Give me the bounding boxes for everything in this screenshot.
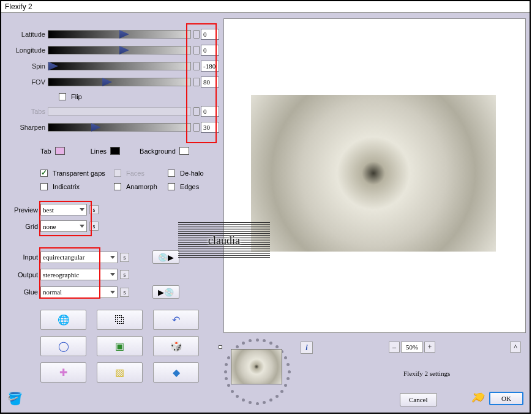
spin-slider[interactable] — [48, 62, 191, 70]
transparent-gaps-checkbox[interactable] — [40, 170, 48, 177]
slider-latitude: Latitude — [4, 27, 219, 42]
thumbnail-image — [231, 349, 282, 384]
tool-globe-icon[interactable]: 🌐 — [40, 310, 86, 330]
slider-sharpen: Sharpen — [4, 120, 219, 135]
flip-label: Flip — [71, 93, 82, 100]
bg-color-swatch[interactable] — [179, 147, 189, 155]
tool-block-icon[interactable]: ▨ — [97, 362, 143, 383]
fov-nudge[interactable] — [193, 78, 200, 86]
output-save-button[interactable]: s — [120, 270, 129, 279]
slider-fov: FOV — [4, 75, 219, 89]
longitude-nudge[interactable] — [193, 46, 200, 54]
sharpen-input[interactable] — [201, 122, 219, 133]
tabs-slider — [48, 107, 191, 116]
info-button[interactable]: i — [301, 342, 313, 354]
tabs-nudge[interactable] — [193, 107, 200, 116]
preview-canvas[interactable] — [223, 18, 526, 333]
tab-color-label: Tab — [40, 148, 51, 155]
indicatrix-label: Indicatrix — [53, 183, 80, 190]
input-dropdown[interactable]: equirectangular — [40, 252, 118, 263]
faces-checkbox — [114, 170, 121, 177]
preview-dropdown[interactable]: best — [40, 204, 87, 215]
glue-save-button[interactable]: s — [120, 288, 129, 297]
input-save-button[interactable]: s — [120, 253, 129, 262]
navigator-thumbnail[interactable] — [223, 338, 291, 405]
slider-tabs: Tabs — [4, 104, 219, 119]
preview-label: Preview — [4, 206, 40, 214]
preview-image — [251, 95, 496, 252]
dehalo-checkbox[interactable] — [168, 170, 175, 177]
zoom-reset-button[interactable]: ^ — [510, 342, 521, 353]
zoom-value: 50% — [401, 342, 423, 353]
flip-checkbox[interactable] — [59, 93, 66, 100]
tool-copy-icon[interactable]: ⿻ — [97, 310, 143, 330]
slider-spin: Spin — [4, 59, 219, 73]
slider-longitude: Longitude — [4, 43, 219, 58]
spin-label: Spin — [4, 62, 48, 70]
spin-nudge[interactable] — [193, 62, 200, 70]
anamorph-checkbox[interactable] — [114, 183, 121, 190]
cancel-button[interactable]: Cancel — [400, 393, 437, 406]
bg-color-label: Background — [140, 148, 176, 155]
latitude-slider[interactable] — [48, 30, 191, 39]
output-dropdown[interactable]: stereographic — [40, 269, 118, 280]
glue-label: Glue — [4, 288, 40, 296]
thumbnail-handle[interactable] — [219, 345, 222, 349]
fov-slider[interactable] — [48, 78, 191, 86]
zoom-out-button[interactable]: – — [389, 342, 400, 353]
longitude-input[interactable] — [201, 45, 219, 56]
tool-torus-icon[interactable]: ◯ — [40, 336, 86, 356]
dehalo-label: De-halo — [180, 170, 204, 177]
latitude-nudge[interactable] — [193, 30, 200, 39]
tool-dice-icon[interactable]: 🎲 — [153, 336, 199, 356]
longitude-slider[interactable] — [48, 46, 191, 54]
tool-gem-icon[interactable]: ◆ — [153, 362, 199, 383]
zoom-controls: – 50% + — [389, 342, 435, 353]
output-label: Output — [4, 271, 40, 279]
transparent-gaps-label: Transparent gaps — [53, 170, 105, 177]
rec-play-button[interactable]: 💿▶ — [152, 250, 179, 264]
faces-label: Faces — [126, 170, 144, 177]
lines-color-label: Lines — [91, 148, 107, 155]
lines-color-swatch[interactable] — [110, 147, 120, 155]
preview-save-button[interactable]: s — [89, 205, 99, 214]
tool-cross-icon[interactable]: ✚ — [40, 362, 86, 383]
tabs-label: Tabs — [4, 108, 48, 115]
play-rec-button[interactable]: ▶💿 — [152, 285, 179, 299]
window-title: Flexify 2 — [1, 1, 530, 13]
edges-checkbox[interactable] — [168, 183, 175, 190]
zoom-in-button[interactable]: + — [424, 342, 435, 353]
grid-save-button[interactable]: s — [89, 222, 99, 231]
glue-dropdown[interactable]: normal — [40, 286, 118, 298]
paint-bucket-icon[interactable]: 🪣 — [7, 391, 23, 406]
grid-dropdown[interactable]: none — [40, 220, 87, 232]
spin-input[interactable] — [201, 61, 219, 72]
tab-color-swatch[interactable] — [55, 147, 65, 155]
anamorph-label: Anamorph — [126, 183, 157, 190]
longitude-label: Longitude — [4, 47, 48, 54]
input-label: Input — [4, 253, 40, 261]
tool-undo-icon[interactable]: ↶ — [153, 310, 199, 330]
ok-button[interactable]: OK — [489, 392, 523, 405]
settings-title: Flexify 2 settings — [403, 370, 450, 377]
sharpen-nudge[interactable] — [193, 123, 200, 132]
latitude-input[interactable] — [201, 29, 219, 40]
tabs-input[interactable] — [201, 106, 219, 117]
edges-label: Edges — [180, 183, 199, 190]
grid-label: Grid — [4, 223, 40, 230]
fov-input[interactable] — [201, 77, 219, 88]
indicatrix-checkbox[interactable] — [40, 183, 48, 190]
sharpen-slider[interactable] — [48, 123, 191, 132]
tool-chip-icon[interactable]: ▣ — [97, 336, 143, 356]
fov-label: FOV — [4, 78, 48, 86]
sharpen-label: Sharpen — [4, 124, 48, 131]
latitude-label: Latitude — [4, 31, 48, 38]
